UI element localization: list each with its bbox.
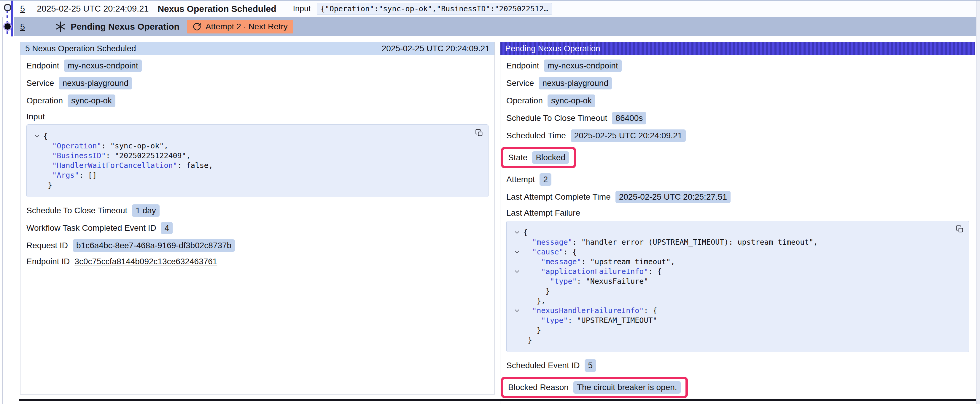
annotation-highlight: StateBlocked (501, 147, 576, 168)
field-label: Attempt (506, 175, 535, 184)
event-detail-panels: 5 Nexus Operation Scheduled 2025-02-25 U… (20, 42, 975, 404)
copy-icon[interactable] (956, 225, 964, 234)
pending-operation-panel: Pending Nexus Operation Endpointmy-nexus… (500, 42, 975, 404)
field-label: Operation (506, 96, 543, 105)
chevron-down-icon[interactable] (511, 266, 523, 276)
field-row: Servicenexus-playground (26, 77, 488, 89)
json-text: } (523, 335, 532, 345)
annotation-highlight: Blocked ReasonThe circuit breaker is ope… (501, 377, 688, 398)
json-text: "type": "NexusFailure" (523, 276, 648, 286)
field-label: Last Attempt Failure (506, 208, 580, 217)
json-text: "HandlerWaitForCancellation": false, (43, 160, 213, 170)
panel-timestamp: 2025-02-25 UTC 20:24:09.21 (382, 44, 490, 53)
left-border-line (2, 1, 3, 404)
json-line: "message": "upstream timeout", (511, 257, 963, 266)
field-value-badge: 2025-02-25 UTC 20:25:27.51 (616, 191, 730, 203)
chevron-spacer (31, 141, 43, 151)
field-row: Blocked ReasonThe circuit breaker is ope… (506, 377, 969, 398)
json-line: "message": "handler error (UPSTREAM_TIME… (511, 237, 963, 247)
json-text: "Operation": "sync-op-ok", (43, 141, 168, 151)
json-lines: {"Operation": "sync-op-ok","BusinessID":… (31, 131, 482, 190)
chevron-spacer (31, 170, 43, 180)
field-value-badge: 86400s (612, 112, 646, 124)
field-value-badge: b1c6a4bc-8ee7-468a-9169-df3b02c8737b (73, 239, 235, 252)
field-value-badge: my-nexus-endpoint (544, 60, 622, 72)
field-row: Operationsync-op-ok (506, 95, 969, 107)
json-text: } (523, 325, 541, 335)
chevron-spacer (31, 180, 43, 190)
field-label: Operation (26, 96, 63, 105)
field-row: Scheduled Time2025-02-25 UTC 20:24:09.21 (506, 130, 969, 142)
json-text: { (43, 131, 48, 141)
event-history-view: 5 2025-02-25 UTC 20:24:09.21 Nexus Opera… (0, 0, 980, 404)
field-label: Service (26, 79, 54, 88)
json-text: "applicationFailureInfo": { (523, 266, 662, 276)
json-text: "Args": [] (43, 170, 97, 180)
chevron-down-icon[interactable] (511, 228, 523, 237)
input-label: Input (293, 4, 311, 13)
chevron-down-icon[interactable] (511, 247, 523, 257)
chevron-spacer (31, 151, 43, 160)
scheduled-event-fields: Endpointmy-nexus-endpointServicenexus-pl… (21, 55, 495, 266)
field-row: Endpoint ID3c0c75ccfa8144b092c13ce632463… (26, 257, 488, 266)
field-row: Endpointmy-nexus-endpoint (506, 60, 969, 72)
json-text: }, (523, 296, 546, 306)
field-label: Endpoint (506, 61, 539, 70)
field-label: Blocked Reason (508, 383, 569, 392)
event-summary-row[interactable]: 5 2025-02-25 UTC 20:24:09.21 Nexus Opera… (0, 1, 976, 17)
field-row: Last Attempt Complete Time2025-02-25 UTC… (506, 191, 969, 203)
field-value-link[interactable]: 3c0c75ccfa8144b092c13ce632463761 (75, 257, 217, 266)
json-line: } (511, 335, 963, 345)
field-value-badge: sync-op-ok (547, 95, 595, 107)
pending-operation-fields: Endpointmy-nexus-endpointServicenexus-pl… (500, 55, 975, 398)
json-line: "applicationFailureInfo": { (511, 266, 963, 276)
chevron-spacer (511, 276, 523, 286)
json-text: "nexusHandlerFailureInfo": { (523, 306, 657, 315)
field-value-badge: nexus-playground (59, 77, 132, 89)
field-row: Scheduled Event ID5 (506, 359, 969, 372)
chevron-spacer (31, 160, 43, 170)
field-value-badge: nexus-playground (539, 77, 612, 89)
json-line: } (511, 286, 963, 296)
field-row: Servicenexus-playground (506, 77, 969, 89)
field-label: Schedule To Close Timeout (506, 113, 607, 123)
event-id-link[interactable]: 5 (20, 22, 25, 32)
json-text: "message": "handler error (UPSTREAM_TIME… (523, 237, 818, 247)
timeline-selection-bar (11, 1, 13, 36)
chevron-spacer (511, 296, 523, 306)
json-text: { (523, 228, 528, 237)
chevron-down-icon[interactable] (511, 306, 523, 315)
retry-icon (192, 22, 201, 31)
field-value-badge: 2 (539, 173, 551, 186)
pending-operation-title: Pending Nexus Operation (71, 22, 180, 32)
field-row: Input{"Operation": "sync-op-ok","Busines… (26, 112, 488, 197)
field-label: Endpoint ID (26, 257, 70, 266)
chevron-spacer (511, 325, 523, 335)
pending-operation-row[interactable]: 5 Pending Nexus Operation Attempt 2 · Ne… (14, 17, 976, 36)
chevron-spacer (511, 335, 523, 345)
retry-status-badge: Attempt 2 · Next Retry (187, 20, 293, 33)
timeline-node-open-icon (4, 4, 11, 11)
json-line: "type": "UPSTREAM_TIMEOUT" (511, 315, 963, 325)
field-value-badge: 4 (161, 222, 173, 234)
field-value-badge: 2025-02-25 UTC 20:24:09.21 (571, 130, 686, 142)
vertical-scrollbar[interactable] (976, 1, 980, 404)
copy-icon[interactable] (475, 129, 484, 138)
event-id-link[interactable]: 5 (20, 4, 25, 14)
field-label: Scheduled Time (506, 131, 566, 140)
chevron-spacer (511, 237, 523, 247)
chevron-down-icon[interactable] (31, 131, 43, 141)
chevron-spacer (511, 315, 523, 325)
json-line: "Args": [] (31, 170, 482, 180)
field-value-badge: Blocked (532, 151, 569, 164)
field-label: Last Attempt Complete Time (506, 192, 611, 202)
field-row: Workflow Task Completed Event ID4 (26, 222, 488, 234)
json-line: { (31, 131, 482, 141)
field-row: Schedule To Close Timeout1 day (26, 204, 488, 217)
field-label: Request ID (26, 241, 68, 250)
panel-title: Pending Nexus Operation (505, 44, 600, 53)
field-label: State (508, 153, 527, 162)
field-label: Endpoint (26, 61, 59, 70)
field-value-badge: 5 (585, 359, 597, 372)
json-text: } (523, 286, 550, 296)
